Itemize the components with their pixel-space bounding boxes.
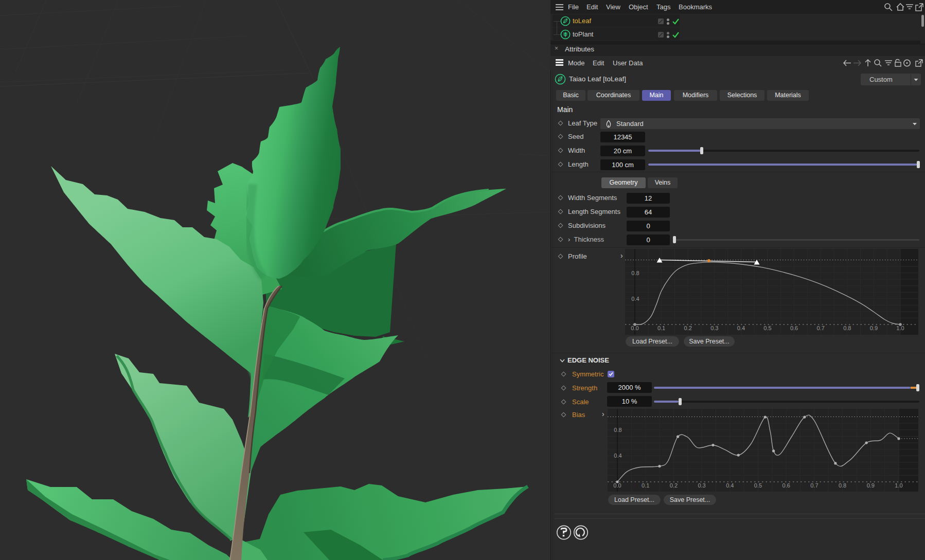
svg-text:0.8: 0.8: [839, 482, 846, 489]
svg-text:0.4: 0.4: [726, 482, 734, 489]
svg-text:0.8: 0.8: [631, 270, 639, 276]
svg-text:0.4: 0.4: [737, 325, 745, 331]
svg-text:0.0: 0.0: [631, 325, 638, 331]
svg-text:0.4: 0.4: [631, 296, 639, 302]
svg-text:0.2: 0.2: [684, 325, 692, 331]
svg-text:0.5: 0.5: [763, 325, 771, 331]
svg-text:0.2: 0.2: [670, 482, 678, 489]
svg-text:0.3: 0.3: [710, 325, 718, 331]
svg-text:0.7: 0.7: [810, 482, 818, 489]
svg-text:0.8: 0.8: [614, 427, 621, 433]
svg-text:0.3: 0.3: [698, 482, 705, 489]
svg-text:0.6: 0.6: [782, 482, 790, 489]
svg-text:0.9: 0.9: [870, 325, 878, 331]
svg-text:0.1: 0.1: [642, 482, 649, 489]
svg-text:0.9: 0.9: [867, 482, 875, 489]
svg-text:0.4: 0.4: [614, 453, 621, 459]
svg-text:0.6: 0.6: [790, 325, 798, 331]
svg-text:1.0: 1.0: [895, 482, 902, 489]
svg-text:0.7: 0.7: [817, 325, 825, 331]
svg-text:0.0: 0.0: [613, 482, 621, 489]
svg-text:0.5: 0.5: [754, 482, 762, 489]
svg-text:1.0: 1.0: [896, 325, 904, 331]
svg-text:0.1: 0.1: [657, 325, 665, 331]
svg-text:0.8: 0.8: [843, 325, 851, 331]
